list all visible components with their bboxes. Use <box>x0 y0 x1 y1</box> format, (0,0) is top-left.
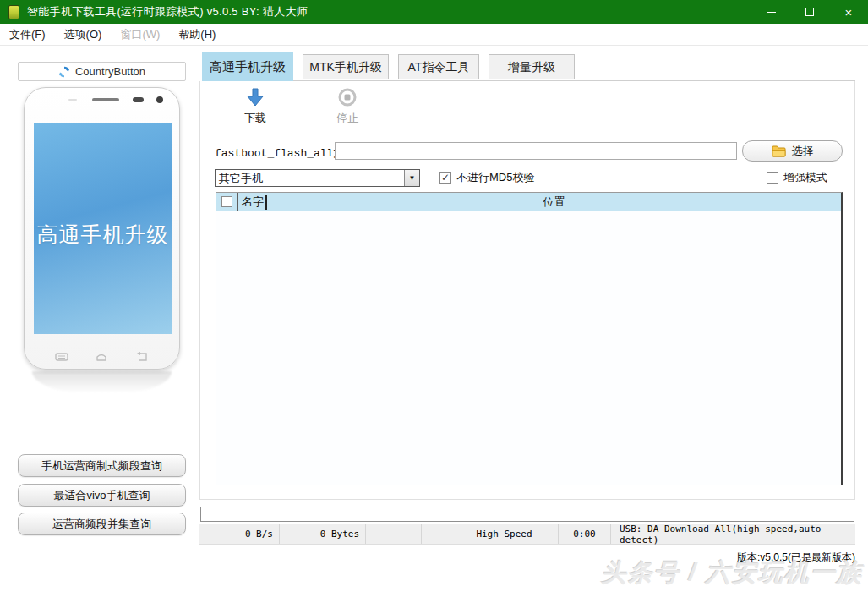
tab-qualcomm-upgrade[interactable]: 高通手机升级 <box>202 52 293 81</box>
app-window: 智能手机下载工具(运行时跟踪模式) v5.0.5 BY: 猎人大师 × 文件(F… <box>0 0 868 592</box>
select-all-cell: ✓ <box>216 193 238 211</box>
phone-preview: 高通手机升级 <box>24 87 180 370</box>
country-button-label: CountryButton <box>75 65 145 78</box>
maximize-icon <box>805 8 814 16</box>
phone-reflection <box>32 371 172 393</box>
select-file-button-label: 选择 <box>792 144 814 159</box>
status-empty-1 <box>366 524 422 544</box>
carrier-band-union-query-button[interactable]: 运营商频段并集查询 <box>18 513 186 535</box>
status-bar: 0 B/s 0 Bytes High Speed 0:00 USB: DA Do… <box>199 524 855 545</box>
qualcomm-tab-content: 下载 停止 fastboot_flash_all文件 选择 其它手机 ▼ ✓ 不… <box>199 81 855 500</box>
select-all-checkbox[interactable]: ✓ <box>221 196 232 207</box>
menu-file[interactable]: 文件(F) <box>0 24 55 46</box>
device-type-dropdown[interactable]: 其它手机 ▼ <box>215 169 420 187</box>
select-file-button[interactable]: 选择 <box>742 140 843 162</box>
phone-sensor <box>68 99 77 101</box>
tab-at-command-tool[interactable]: AT指令工具 <box>398 54 479 79</box>
vivo-phone-query-button[interactable]: 最适合vivo手机查询 <box>18 484 186 507</box>
fastboot-file-input[interactable] <box>335 142 737 160</box>
phone-screen: 高通手机升级 <box>34 123 172 334</box>
device-type-value: 其它手机 <box>216 171 404 186</box>
phone-speaker <box>92 98 119 101</box>
phone-nav-bar <box>25 352 179 362</box>
md5-skip-checkbox-row[interactable]: ✓ 不进行MD5校验 <box>439 170 534 185</box>
maximize-button[interactable] <box>790 0 829 24</box>
file-table-header: ✓ 名字 位置 <box>216 193 841 211</box>
menu-window: 窗口(W) <box>111 24 169 46</box>
progress-output-box <box>200 507 854 522</box>
left-panel: CountryButton 高通手机升级 <box>0 46 199 592</box>
download-button-label: 下载 <box>244 111 266 126</box>
menu-key-icon <box>55 352 68 362</box>
menu-options[interactable]: 选项(O) <box>55 24 112 46</box>
column-header-name[interactable]: 名字 <box>238 195 265 210</box>
status-empty-2 <box>422 524 450 544</box>
file-table: ✓ 名字 位置 <box>216 192 843 485</box>
stop-button-label: 停止 <box>336 111 358 126</box>
phone-earpiece <box>133 97 144 102</box>
close-icon: × <box>845 5 853 19</box>
status-usb-mode: USB: DA Download All(high speed,auto det… <box>611 524 855 544</box>
minimize-icon <box>767 12 776 13</box>
minimize-button[interactable] <box>751 0 790 24</box>
tab-incremental-upgrade[interactable]: 增量升级 <box>489 54 575 79</box>
status-bytes: 0 Bytes <box>280 524 366 544</box>
md5-skip-checkbox[interactable]: ✓ <box>439 172 451 184</box>
md5-skip-label: 不进行MD5校验 <box>456 170 534 185</box>
home-key-icon <box>95 352 108 362</box>
menu-help[interactable]: 帮助(H) <box>169 24 225 46</box>
status-speed: 0 B/s <box>199 524 280 544</box>
title-bar: 智能手机下载工具(运行时跟踪模式) v5.0.5 BY: 猎人大师 × <box>0 0 868 24</box>
phone-camera <box>156 96 163 103</box>
checkmark-icon: ✓ <box>441 173 450 183</box>
tab-mtk-upgrade[interactable]: MTK手机升级 <box>303 54 389 79</box>
app-icon <box>8 5 19 19</box>
column-header-location[interactable]: 位置 <box>267 195 841 210</box>
phone-screen-text: 高通手机升级 <box>37 221 169 249</box>
country-button[interactable]: CountryButton <box>18 62 186 81</box>
status-elapsed-time: 0:00 <box>559 524 611 544</box>
menu-bar: 文件(F) 选项(O) 窗口(W) 帮助(H) <box>0 24 868 46</box>
stop-button: 停止 <box>329 88 366 129</box>
back-key-icon <box>135 352 149 362</box>
stop-icon <box>338 88 357 108</box>
window-title: 智能手机下载工具(运行时跟踪模式) v5.0.5 BY: 猎人大师 <box>27 4 308 19</box>
sync-icon <box>58 66 70 78</box>
download-button[interactable]: 下载 <box>237 88 274 129</box>
watermark-text: 头条号 / 六安玩机一族 <box>602 556 863 590</box>
window-controls: × <box>751 0 868 24</box>
enhanced-mode-checkbox[interactable]: ✓ <box>767 172 778 184</box>
carrier-band-query-button[interactable]: 手机运营商制式频段查询 <box>18 454 186 477</box>
folder-icon <box>772 145 786 157</box>
enhanced-mode-checkbox-row[interactable]: ✓ 增强模式 <box>767 170 827 185</box>
enhanced-mode-label: 增强模式 <box>783 170 827 185</box>
chevron-down-icon: ▼ <box>409 174 416 182</box>
dropdown-button[interactable]: ▼ <box>404 170 419 186</box>
toolbar-separator <box>205 134 849 134</box>
download-arrow-icon <box>246 88 265 108</box>
close-button[interactable]: × <box>829 0 868 24</box>
status-usb-speed: High Speed <box>450 524 559 544</box>
